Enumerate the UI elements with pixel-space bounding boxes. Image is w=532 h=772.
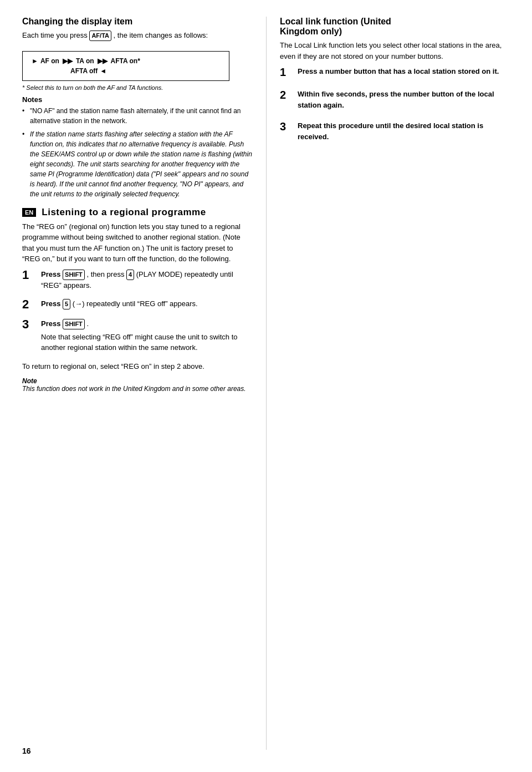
to-return-text: To return to regional on, select “REG on… bbox=[22, 361, 253, 372]
note-bullet-2-text: If the station name starts flashing afte… bbox=[30, 130, 252, 198]
afta-on-label: AFTA on* bbox=[111, 57, 140, 65]
arrow-left-1: ◄ bbox=[100, 67, 106, 75]
right-column: Local link function (United Kingdom only… bbox=[266, 17, 510, 750]
note-italic-text: This function does not work in the Unite… bbox=[22, 385, 246, 393]
afta-button: AF/TA bbox=[89, 31, 111, 41]
asterisk-note: * Select this to turn on both the AF and… bbox=[22, 84, 253, 91]
arrow-right-2: ▶▶ bbox=[63, 57, 73, 65]
note-bullet-1-text: "NO AF" and the station name flash alter… bbox=[30, 107, 241, 125]
step-2-press: Press bbox=[41, 299, 60, 308]
step-1-block: 1 Press SHIFT , then press 4 (PLAY MODE)… bbox=[22, 269, 253, 291]
step-3-content: Press SHIFT . Note that selecting “REG o… bbox=[41, 318, 253, 353]
af-on-label: AF on bbox=[40, 57, 59, 65]
note-label: Note bbox=[22, 377, 37, 385]
left-column: Changing the display item Each time you … bbox=[22, 17, 266, 750]
arrow-right-3: ▶▶ bbox=[98, 57, 108, 65]
right-title-line2: Kingdom only) bbox=[280, 27, 342, 36]
left-title: Changing the display item bbox=[22, 17, 253, 27]
right-step-1-number: 1 bbox=[280, 66, 292, 79]
right-step-3-number: 3 bbox=[280, 120, 292, 133]
step-1-key1: SHIFT bbox=[63, 270, 85, 280]
step-3-press-line: Press SHIFT . bbox=[41, 318, 253, 329]
af-ta-diagram: ► AF on ▶▶ TA on ▶▶ AFTA on* AFTA off ◄ bbox=[22, 51, 229, 81]
en-badge: EN bbox=[22, 208, 36, 217]
step-3-note: Note that selecting “REG off” might caus… bbox=[41, 332, 253, 353]
note-bullet-2: If the station name starts flashing afte… bbox=[22, 129, 253, 199]
listening-body: The “REG on” (regional on) function lets… bbox=[22, 221, 253, 265]
note-italic-block: Note This function does not work in the … bbox=[22, 377, 253, 393]
step-2-key1: 5 bbox=[63, 299, 70, 309]
right-step-1-block: 1 Press a number button that has a local… bbox=[280, 66, 510, 79]
arrow-right-1: ► bbox=[32, 57, 38, 65]
page-number: 16 bbox=[22, 746, 31, 755]
page: Changing the display item Each time you … bbox=[0, 0, 532, 772]
notes-section: Notes "NO AF" and the station name flash… bbox=[22, 95, 253, 199]
step-1-key2: 4 bbox=[126, 270, 134, 280]
step-2-text-mid: (→) repeatedly until “REG off” appears. bbox=[73, 299, 198, 308]
diagram-top-row: ► AF on ▶▶ TA on ▶▶ AFTA on* bbox=[32, 57, 220, 65]
step-3-key1: SHIFT bbox=[63, 319, 85, 329]
step-3-number: 3 bbox=[22, 318, 35, 331]
right-step-2-number: 2 bbox=[280, 89, 292, 101]
right-title: Local link function (United Kingdom only… bbox=[280, 17, 510, 37]
listening-header: EN Listening to a regional programme bbox=[22, 207, 253, 218]
diagram-bottom-row: AFTA off ◄ bbox=[32, 67, 220, 75]
intro-text: Each time you press AF/TA , the item cha… bbox=[22, 30, 253, 41]
right-step-2-content: Within five seconds, press the number bu… bbox=[298, 89, 510, 110]
step-3-press: Press bbox=[41, 319, 60, 328]
intro-text-after: , the item changes as follows: bbox=[114, 31, 208, 39]
step-3-text-end: . bbox=[86, 319, 89, 328]
right-title-line1: Local link function (United bbox=[280, 17, 391, 26]
intro-text-before: Each time you press bbox=[22, 31, 88, 39]
afta-off-label: AFTA off bbox=[37, 67, 98, 75]
right-step-3-block: 3 Repeat this procedure until the desire… bbox=[280, 120, 510, 142]
right-step-2-block: 2 Within five seconds, press the number … bbox=[280, 89, 510, 110]
step-2-number: 2 bbox=[22, 298, 35, 311]
ta-on-label: TA on bbox=[76, 57, 94, 65]
step-2-block: 2 Press 5 (→) repeatedly until “REG off”… bbox=[22, 298, 253, 311]
step-2-content: Press 5 (→) repeatedly until “REG off” a… bbox=[41, 298, 253, 309]
step-1-number: 1 bbox=[22, 269, 35, 281]
right-body: The Local Link function lets you select … bbox=[280, 40, 510, 62]
step-1-press: Press bbox=[41, 270, 60, 278]
step-3-block: 3 Press SHIFT . Note that selecting “REG… bbox=[22, 318, 253, 353]
step-1-content: Press SHIFT , then press 4 (PLAY MODE) r… bbox=[41, 269, 253, 291]
note-bullet-1: "NO AF" and the station name flash alter… bbox=[22, 106, 253, 126]
notes-title: Notes bbox=[22, 95, 253, 104]
listening-title: Listening to a regional programme bbox=[42, 207, 206, 218]
step-1-text-mid: , then press bbox=[86, 270, 124, 278]
right-step-1-content: Press a number button that has a local s… bbox=[298, 66, 499, 77]
right-step-3-content: Repeat this procedure until the desired … bbox=[298, 120, 510, 142]
